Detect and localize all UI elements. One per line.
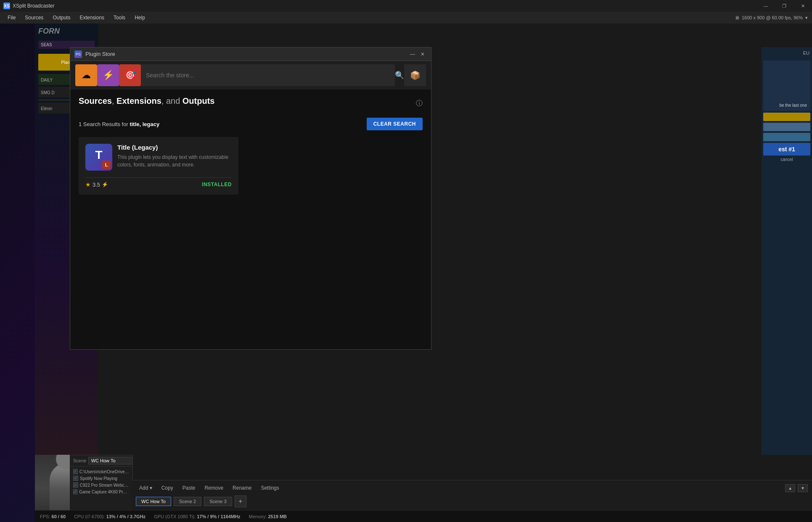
- cart-button[interactable]: 📦: [404, 64, 426, 86]
- cpu-label: CPU (i7-6700): 13% / 4% / 3.7GHz: [74, 514, 145, 519]
- source-name-1: Spotify Now Playing: [80, 476, 117, 481]
- app-title: XSplit Broadcaster: [13, 3, 54, 9]
- lightning-icon: ⚡: [102, 182, 108, 187]
- plugin-card-bottom: ★ 3.5 ⚡ INSTALLED: [85, 177, 232, 188]
- scene-label-row: Scene: [70, 455, 132, 467]
- extensions-nav-icon[interactable]: ⚡: [97, 64, 119, 86]
- info-button[interactable]: ⓘ: [416, 99, 423, 108]
- status-bar: FPS: 60 / 60 CPU (i7-6700): 13% / 4% / 3…: [35, 510, 812, 522]
- menu-extensions[interactable]: Extensions: [75, 13, 108, 22]
- plugin-description: This plugin lets you display text with c…: [117, 153, 232, 169]
- plugin-store-minimize[interactable]: —: [408, 50, 417, 58]
- plugin-store-icon: PS: [74, 50, 82, 58]
- scene-sources-list: C:\Users\ricke\OneDrive\Twit... Spotify …: [70, 467, 132, 497]
- source-item-3: Game Capture 4K60 Pro Video...: [73, 488, 129, 495]
- scene-name-input[interactable]: [88, 457, 133, 464]
- menu-tools[interactable]: Tools: [109, 13, 130, 22]
- add-scene-button[interactable]: +: [235, 496, 246, 507]
- broadcaster-area: FORN SEAS Place DAILY SMG D Elimin: [35, 24, 812, 522]
- menu-help[interactable]: Help: [130, 13, 149, 22]
- title-bar-controls: — ❐ ✕: [756, 0, 812, 12]
- up-button[interactable]: ▲: [785, 484, 795, 492]
- search-results-row: 1 Search Results for title, legacy CLEAR…: [79, 118, 423, 130]
- search-input[interactable]: [146, 72, 390, 79]
- scene-tiles-row: WC How To Scene 2 Scene 3 +: [136, 496, 808, 507]
- source-name-2: C922 Pro Stream Webcam: [80, 483, 129, 488]
- star-icon: ★: [85, 181, 91, 188]
- search-results-text: 1 Search Results for title, legacy: [79, 121, 159, 127]
- plugin-card[interactable]: T L Title (Legacy) This plugin lets you …: [79, 137, 238, 195]
- plugin-card-top: T L Title (Legacy) This plugin lets you …: [85, 144, 232, 171]
- plugin-store-header: ☁ ⚡ 🎯 🔍 📦: [70, 61, 431, 90]
- sources-nav-icon[interactable]: ☁: [75, 64, 97, 86]
- restore-button[interactable]: ❐: [775, 0, 793, 12]
- plugin-info: Title (Legacy) This plugin lets you disp…: [117, 144, 232, 169]
- game-ui-area: be the last one: [763, 61, 810, 111]
- plugin-store-title-bar: PS Plugin Store — ✕: [70, 47, 431, 61]
- source-name-0: C:\Users\ricke\OneDrive\Twit...: [79, 469, 129, 474]
- fps-label: FPS: 60 / 60: [40, 514, 66, 519]
- plugin-rating: ★ 3.5 ⚡: [85, 181, 108, 188]
- plugin-name: Title (Legacy): [117, 144, 232, 151]
- last-one-text: be the last one: [779, 103, 807, 108]
- source-checkbox-3[interactable]: [73, 489, 77, 494]
- plugin-store-close[interactable]: ✕: [418, 50, 427, 58]
- scene-label: Scene: [73, 458, 86, 463]
- gpu-label: GPU (GTX 1080 Ti): 17% / 9% / 1164MHz: [154, 514, 240, 519]
- scene-tile-3[interactable]: Scene 3: [204, 497, 232, 506]
- region-label: EU: [762, 47, 812, 59]
- resolution-info: 🖥 1600 x 900 @ 60.00 fps, 96% ▾: [735, 15, 808, 21]
- game-bar-2: [763, 123, 810, 131]
- plugin-icon: T L: [85, 144, 112, 171]
- search-term: title, legacy: [130, 121, 159, 127]
- plugin-store-controls: — ✕: [408, 50, 427, 58]
- source-item-1: Spotify Now Playing: [73, 475, 129, 482]
- installed-badge: INSTALLED: [202, 182, 232, 187]
- source-checkbox-0[interactable]: [73, 469, 78, 474]
- rating-value: 3.5: [93, 182, 100, 188]
- menu-bar: File Sources Outputs Extensions Tools He…: [0, 12, 812, 24]
- rename-button[interactable]: Rename: [229, 484, 255, 492]
- right-game-panel: EU be the last one est #1 cancel: [762, 47, 812, 455]
- plugin-store-subtitle: Sources, Extensions, and Outputs: [79, 96, 214, 106]
- scene-tile-2[interactable]: Scene 2: [174, 497, 201, 506]
- memory-label: Memory: 2519 MB: [249, 514, 287, 519]
- paste-button[interactable]: Paste: [179, 484, 199, 492]
- source-item-0: C:\Users\ricke\OneDrive\Twit...: [73, 468, 129, 475]
- scene-tile-1[interactable]: WC How To: [136, 497, 171, 506]
- down-button[interactable]: ▼: [798, 484, 808, 492]
- source-name-3: Game Capture 4K60 Pro Video...: [79, 490, 129, 494]
- plugin-store-title: Plugin Store: [85, 51, 408, 57]
- app-title-bar: XS XSplit Broadcaster — ❐ ✕: [0, 0, 812, 12]
- source-checkbox-2[interactable]: [73, 482, 78, 488]
- close-button[interactable]: ✕: [793, 0, 812, 12]
- best-badge: est #1: [763, 143, 810, 156]
- clear-search-button[interactable]: CLEAR SEARCH: [367, 118, 423, 130]
- minimize-button[interactable]: —: [756, 0, 775, 12]
- outputs-nav-icon[interactable]: 🎯: [119, 64, 141, 86]
- add-button[interactable]: Add ▾: [136, 484, 156, 492]
- search-bar: [141, 64, 395, 86]
- source-item-2: C922 Pro Stream Webcam: [73, 482, 129, 488]
- cancel-text: cancel: [763, 157, 810, 162]
- plugin-icon-secondary: L: [102, 161, 111, 169]
- game-bar-1: [763, 113, 810, 121]
- copy-button[interactable]: Copy: [158, 484, 177, 492]
- menu-file[interactable]: File: [3, 13, 20, 22]
- menu-outputs[interactable]: Outputs: [48, 13, 74, 22]
- app-icon: XS: [3, 3, 10, 9]
- game-title-partial: FORN: [35, 24, 98, 39]
- game-bar-3: [763, 133, 810, 141]
- plugin-store-modal: PS Plugin Store — ✕ ☁ ⚡ 🎯 🔍 📦 Source: [70, 47, 431, 350]
- menu-sources[interactable]: Sources: [21, 13, 48, 22]
- source-checkbox-1[interactable]: [73, 476, 78, 481]
- plugin-store-content: Sources, Extensions, and Outputs ⓘ 1 Sea…: [70, 90, 431, 349]
- settings-button[interactable]: Settings: [257, 484, 282, 492]
- search-button[interactable]: 🔍: [395, 71, 404, 80]
- source-toolbar: Add ▾ Copy Paste Remove Rename Settings …: [136, 484, 808, 492]
- remove-button[interactable]: Remove: [201, 484, 227, 492]
